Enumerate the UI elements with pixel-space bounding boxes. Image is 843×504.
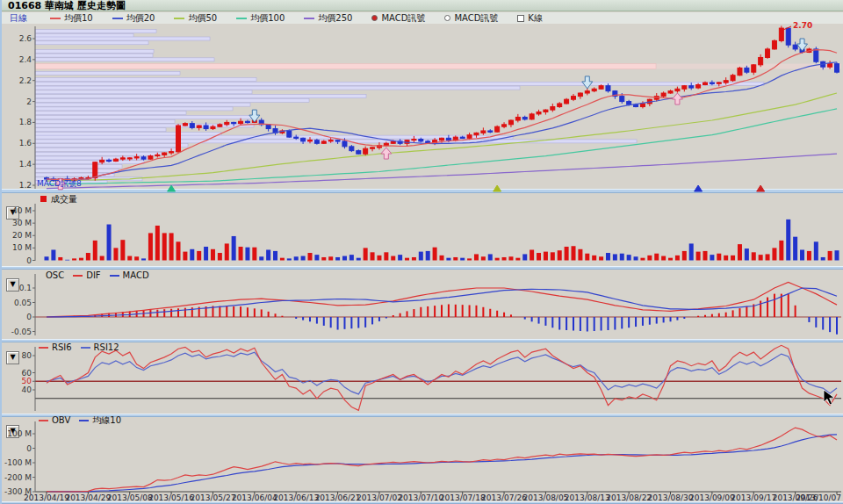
volume-bar xyxy=(252,248,256,261)
volume-profile-bar xyxy=(35,86,520,90)
volume-bar xyxy=(335,257,340,261)
volume-bar xyxy=(259,256,263,260)
date-label: 2013/05/16 xyxy=(148,493,194,502)
candle xyxy=(287,131,292,137)
volume-bar xyxy=(287,258,292,260)
y-tick-label: 0 xyxy=(26,313,32,321)
date-label: 2013/05/08 xyxy=(107,493,153,502)
volume-bar xyxy=(495,258,500,261)
volume-profile-bar xyxy=(35,107,233,111)
candle xyxy=(349,147,354,151)
volume-bar xyxy=(689,243,694,260)
volume-profile-bar xyxy=(35,119,175,123)
volume-bar xyxy=(766,254,770,260)
volume-profile-bar xyxy=(35,71,180,75)
volume-bar xyxy=(572,246,576,260)
candle xyxy=(689,86,694,88)
volume-bar xyxy=(58,257,62,261)
candle xyxy=(627,102,631,105)
volume-bar xyxy=(647,256,652,261)
candle xyxy=(745,68,749,72)
candle xyxy=(828,64,832,68)
main-price-panel xyxy=(35,25,841,191)
volume-bar xyxy=(786,220,790,261)
volume-profile-bar xyxy=(35,98,309,102)
volume-bar xyxy=(134,256,139,260)
candle xyxy=(515,117,520,120)
volume-bar xyxy=(544,252,548,261)
volume-bar xyxy=(592,256,596,261)
rsi-plot[interactable] xyxy=(35,345,841,413)
volume-bar xyxy=(627,255,631,260)
y-tick-label: -200 M xyxy=(4,473,32,482)
volume-bar xyxy=(551,252,555,260)
date-label: 2013/10/07 xyxy=(796,493,841,502)
volume-bar xyxy=(232,236,236,261)
volume-profile-bar xyxy=(35,90,252,94)
candle xyxy=(835,64,839,73)
candle xyxy=(357,151,361,155)
candle xyxy=(440,138,444,140)
date-label: 2013/04/29 xyxy=(65,493,111,502)
volume-bar xyxy=(155,226,160,261)
volume-profile-bar xyxy=(35,128,166,132)
volume-profile-bar xyxy=(35,112,186,115)
volume-bar xyxy=(65,260,69,261)
candle xyxy=(266,125,270,129)
volume-bar xyxy=(328,256,333,260)
y-tick-label: 0 xyxy=(26,444,32,453)
candle xyxy=(558,104,562,107)
volume-profile-bar xyxy=(35,161,144,164)
candle xyxy=(565,99,569,104)
volume-bar xyxy=(79,258,83,261)
candle xyxy=(453,137,458,140)
candle xyxy=(640,104,645,107)
candle xyxy=(675,89,680,90)
volume-bar xyxy=(93,241,97,261)
volume-bar xyxy=(682,251,687,261)
volume-bar xyxy=(634,256,638,260)
volume-bar xyxy=(266,249,270,260)
volume-bar xyxy=(148,233,153,260)
candle xyxy=(211,126,215,128)
volume-bar xyxy=(280,258,285,261)
candle xyxy=(772,40,776,49)
volume-bar xyxy=(772,248,776,260)
chart-canvas: 2.62.42.221.81.61.41.240 M30 M20 M10 M00… xyxy=(2,0,843,504)
candle xyxy=(113,159,118,161)
stock-chart-window: 01668 華南城 歷史走勢圖 日線 均價10 均價20 均價50 均價100 … xyxy=(0,0,843,504)
volume-profile-bar xyxy=(35,103,250,106)
volume-bar xyxy=(204,247,208,261)
candle xyxy=(162,153,167,155)
volume-profile-bar xyxy=(35,37,210,40)
volume-bar xyxy=(620,254,624,261)
candle xyxy=(502,125,507,126)
volume-bar xyxy=(127,256,132,261)
candle xyxy=(537,112,541,114)
y-tick-label: 60 xyxy=(22,369,32,378)
volume-bar xyxy=(364,248,368,260)
volume-bar xyxy=(349,255,354,260)
volume-profile-bar xyxy=(35,165,122,169)
candle xyxy=(793,45,797,49)
volume-bar xyxy=(488,254,493,260)
y-tick-label: 2.4 xyxy=(19,55,32,64)
candle xyxy=(738,68,742,75)
volume-profile-bar xyxy=(35,41,148,45)
volume-bar xyxy=(453,257,458,261)
candle xyxy=(467,135,472,139)
volume-profile-bar xyxy=(35,95,366,98)
candle xyxy=(606,86,610,91)
candle xyxy=(197,126,201,127)
date-label: 2013/06/13 xyxy=(273,493,319,502)
y-tick-label: 0.05 xyxy=(14,299,32,307)
volume-bar xyxy=(294,256,299,260)
macd-signal-annotation: MACD訊號8 xyxy=(37,178,82,190)
y-tick-label: 2.2 xyxy=(19,76,32,85)
candle xyxy=(668,91,673,93)
candle xyxy=(218,125,222,126)
volume-profile-bar xyxy=(35,169,119,172)
y-tick-label: 2.6 xyxy=(19,34,32,43)
macd-plot[interactable] xyxy=(35,272,841,335)
volume-bar xyxy=(86,253,90,260)
